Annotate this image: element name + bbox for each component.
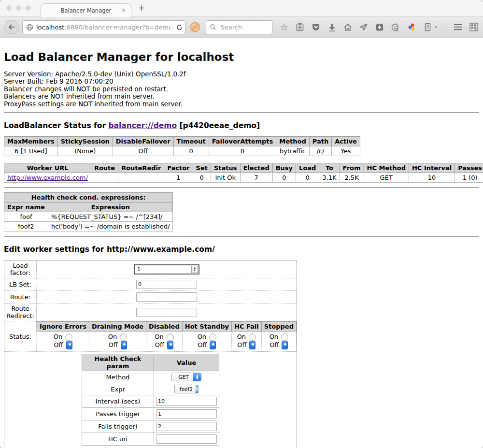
hot-standby-off-radio[interactable] <box>210 341 216 349</box>
route-input[interactable] <box>136 292 197 302</box>
forum-smiley-icon[interactable] <box>391 22 400 32</box>
select-stepper-icon: ▲▼ <box>196 385 198 393</box>
server-info: Server Version: Apache/2.5.0-dev (Unix) … <box>4 71 479 108</box>
minimize-window-button[interactable] <box>16 5 21 11</box>
col-hc-value: Value <box>154 354 219 371</box>
home-icon[interactable] <box>343 22 353 32</box>
stopped-on-radio[interactable] <box>281 333 288 341</box>
health-check-row: Health Check param Value Method GET▲▼ Ex… <box>4 352 297 448</box>
route-redirect-input[interactable] <box>136 308 197 317</box>
stopped-off-radio[interactable] <box>282 341 288 349</box>
hc-expr-label: Expr <box>82 383 154 395</box>
table-row: http://www.example.com/ 1 0 Init Ok 7 0 … <box>4 173 483 183</box>
status-table: Ignore Errors Draining Mode Disabled Hot… <box>37 321 297 351</box>
back-arrow-icon <box>8 24 15 30</box>
tablet-battery-icon[interactable] <box>423 22 432 32</box>
colorways-dots-icon[interactable] <box>407 22 416 32</box>
back-button[interactable] <box>4 20 19 34</box>
edit-worker-form: Load factor: ▲▼ LB Set: Route: Route Red… <box>4 260 297 448</box>
route-redirect-row: Route Redirect: <box>4 303 297 321</box>
worker-url-link[interactable]: http://www.example.com/ <box>7 174 88 181</box>
window-controls <box>6 5 31 11</box>
table-header-row: MaxMembers StickySession DisableFailover… <box>4 137 360 146</box>
load-factor-input[interactable] <box>136 266 186 273</box>
search-bar[interactable] <box>206 20 272 34</box>
table-header-row: Worker URL Route RouteRedir Factor Set S… <box>4 163 483 173</box>
bookmark-star-icon[interactable]: ☆ <box>279 22 289 32</box>
hc-method-select[interactable]: GET▲▼ <box>171 373 201 381</box>
menu-hamburger-icon[interactable] <box>453 22 463 32</box>
url-bar[interactable]: localhost:8880/balancer-manager?b=demo&w… <box>22 20 185 34</box>
number-spinner-icon[interactable]: ▲▼ <box>191 266 198 273</box>
col-stickysession: StickySession <box>57 137 113 146</box>
url-text[interactable]: localhost:8880/balancer-manager?b=demo&w… <box>36 24 170 31</box>
draining-mode-on-radio[interactable] <box>120 333 127 341</box>
expr-table-title: Health check cond. expressions: <box>4 193 173 202</box>
table-row: 6 [1 Used] (None) Off 0 0 bytraffic /c/ … <box>4 146 360 156</box>
hc-uri-label: HC uri <box>82 433 154 446</box>
hc-uri-input[interactable] <box>156 434 217 444</box>
hc-expr-select[interactable]: foof2▲▼ <box>174 385 199 393</box>
zoom-window-button[interactable] <box>26 5 31 11</box>
lb-set-label: LB Set: <box>4 278 37 291</box>
load-factor-label: Load factor: <box>4 260 37 278</box>
page-title: Load Balancer Manager for localhost <box>4 51 479 63</box>
disabled-on-radio[interactable] <box>167 333 174 341</box>
new-tab-button[interactable]: + <box>138 3 145 13</box>
col-worker-url: Worker URL <box>4 163 91 173</box>
hc-passes-input[interactable] <box>156 409 217 419</box>
table-row: foof2 hc('body') =~ /domain is establish… <box>4 222 173 231</box>
reload-icon[interactable] <box>176 22 183 32</box>
col-maxmembers: MaxMembers <box>4 137 58 146</box>
draining-mode-radios: On Off <box>89 332 146 351</box>
stopped-radios: On Off <box>261 332 296 351</box>
hc-interval-label: Interval (secs) <box>82 395 154 408</box>
downloads-icon[interactable] <box>327 22 337 32</box>
persist-note-line: Balancer changes will NOT be persisted o… <box>4 86 479 93</box>
col-draining-mode: Draining Mode <box>89 322 146 332</box>
route-row: Route: <box>4 291 297 303</box>
url-divider <box>173 23 173 31</box>
overflow-caret-icon[interactable]: ▾ <box>435 25 437 29</box>
close-window-button[interactable] <box>6 5 12 11</box>
hc-fails-input[interactable] <box>156 422 217 431</box>
select-stepper-icon: ▲▼ <box>193 373 201 381</box>
load-factor-field[interactable]: ▲▼ <box>134 264 199 275</box>
share-icon[interactable] <box>359 22 369 32</box>
hc-fail-on-radio[interactable] <box>249 333 256 341</box>
tab-title: Balancer Manager <box>61 7 112 14</box>
hc-interval-input[interactable] <box>156 397 217 406</box>
hc-method-label: Method <box>82 371 154 383</box>
balancer-demo-link[interactable]: balancer://demo <box>108 121 177 130</box>
col-disabled: Disabled <box>146 322 183 332</box>
tab-balancer-manager[interactable]: Balancer Manager × <box>41 3 131 17</box>
adblock-icon[interactable] <box>190 21 200 33</box>
hc-fails-label: Fails trigger) <box>82 420 154 433</box>
col-hc-fail: HC Fail <box>232 322 262 332</box>
close-tab-icon[interactable]: × <box>121 7 126 14</box>
tab-grid-icon[interactable] <box>469 22 479 32</box>
pocket-icon[interactable] <box>311 22 321 32</box>
hot-standby-on-radio[interactable] <box>209 333 216 341</box>
col-expression: Expression <box>48 202 173 212</box>
reading-list-icon[interactable] <box>295 22 305 32</box>
save-page-icon[interactable] <box>375 22 384 32</box>
server-built-line: Server Built: Feb 9 2016 07:00:20 <box>4 78 479 85</box>
divider <box>4 187 479 188</box>
ignore-errors-on-radio[interactable] <box>65 333 72 341</box>
page-content: Load Balancer Manager for localhost Serv… <box>0 38 483 448</box>
health-expressions-table: Health check cond. expressions: Expr nam… <box>4 192 173 231</box>
col-timeout: Timeout <box>173 137 209 146</box>
draining-mode-off-radio[interactable] <box>121 341 127 349</box>
heading-prefix: LoadBalancer Status for <box>4 121 108 130</box>
hc-fail-off-radio[interactable] <box>249 341 256 349</box>
disabled-off-radio[interactable] <box>167 341 173 349</box>
lb-set-input[interactable] <box>136 280 197 289</box>
toolbar-icons: ☆ <box>279 22 479 32</box>
status-row: Status: Ignore Errors Draining Mode Disa… <box>4 321 297 352</box>
search-input[interactable] <box>219 23 270 31</box>
ignore-errors-off-radio[interactable] <box>66 341 72 349</box>
proxypass-note-line: ProxyPass settings are NOT inherited fro… <box>4 101 479 108</box>
col-failoverattempts: FailoverAttempts <box>209 137 276 146</box>
browser-window: Balancer Manager × + localhost:8880/bala… <box>0 0 483 448</box>
